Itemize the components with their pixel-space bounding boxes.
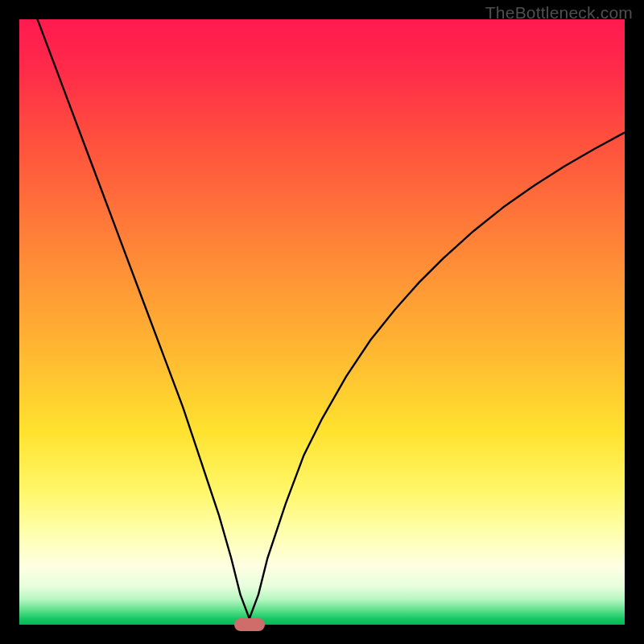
chart-svg: [19, 19, 625, 625]
gradient-background: [19, 19, 625, 625]
optimal-marker: [234, 618, 265, 631]
chart-frame: [19, 19, 625, 625]
